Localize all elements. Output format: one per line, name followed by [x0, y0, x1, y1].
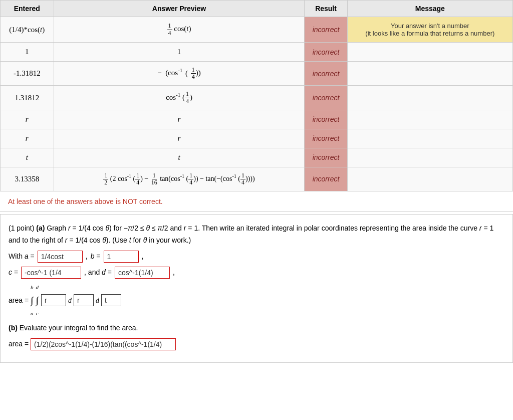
comma2: ,: [142, 251, 144, 263]
table-row: r r incorrect: [1, 110, 513, 129]
preview-cell: 1: [54, 43, 305, 62]
question-text: (1 point) (a) Graph r = 1/(4 cos θ) for …: [9, 223, 504, 247]
entered-cell: 1: [1, 43, 54, 62]
result-cell: incorrect: [305, 167, 347, 191]
feedback-text: At least one of the answers above is NOT…: [0, 191, 513, 212]
part-b-text: (b) Evaluate your integral to find the a…: [9, 322, 504, 334]
result-cell: incorrect: [305, 148, 347, 167]
c-label: c =: [9, 267, 18, 279]
dt-input[interactable]: [101, 294, 121, 306]
integrand-input[interactable]: [41, 294, 66, 306]
area-b-label: area =: [9, 338, 29, 350]
message-cell: [347, 129, 512, 148]
col-header-message: Message: [347, 1, 512, 17]
b-input[interactable]: [104, 251, 139, 263]
entered-cell: r: [1, 110, 54, 129]
result-cell: incorrect: [305, 62, 347, 86]
table-row: 3.13358 12 (2 cos-1 (14) − 116 tan(cos-1…: [1, 167, 513, 191]
bound-a: a: [31, 309, 34, 318]
preview-cell: r: [54, 129, 305, 148]
part-a-label: (a): [36, 224, 47, 232]
entered-cell: -1.31812: [1, 62, 54, 86]
result-cell: incorrect: [305, 129, 347, 148]
area-b-input[interactable]: [31, 338, 176, 350]
message-cell: Your answer isn't a number(it looks like…: [347, 17, 512, 43]
entered-cell: t: [1, 148, 54, 167]
c-input[interactable]: [21, 267, 81, 279]
result-cell: incorrect: [305, 43, 347, 62]
d-r-label: d: [68, 295, 72, 307]
preview-cell: − (cos-1 ( 14)): [54, 62, 305, 86]
preview-cell: r: [54, 110, 305, 129]
table-row: (1/4)*cos(t) 14 cos(t) incorrect Your an…: [1, 17, 513, 43]
message-cell: [347, 86, 512, 110]
result-cell: incorrect: [305, 86, 347, 110]
preview-cell: 14 cos(t): [54, 17, 305, 43]
preview-cell: cos-1 (14): [54, 86, 305, 110]
table-row: -1.31812 − (cos-1 ( 14)) incorrect: [1, 62, 513, 86]
comma1: ,: [86, 251, 88, 263]
bound-d: d: [36, 283, 39, 292]
question-points: (1 point): [9, 224, 34, 232]
message-cell: [347, 62, 512, 86]
table-row: 1 1 incorrect: [1, 43, 513, 62]
inner-integral: d ∫ c: [36, 283, 40, 318]
area-b-row: area =: [9, 338, 504, 350]
dr-input[interactable]: [74, 294, 94, 306]
table-row: r r incorrect: [1, 129, 513, 148]
part-b-label: (b): [9, 324, 18, 332]
outer-integral: b ∫ a: [31, 283, 34, 318]
entered-cell: r: [1, 129, 54, 148]
col-header-entered: Entered: [1, 1, 54, 17]
bound-b: b: [31, 283, 34, 292]
d-input[interactable]: [115, 267, 170, 279]
area-integral-row: area = b ∫ a d ∫ c d d: [9, 283, 504, 318]
result-cell: incorrect: [305, 110, 347, 129]
d-t-label: d: [96, 295, 99, 307]
b-label: b =: [91, 251, 101, 263]
col-header-result: Result: [305, 1, 347, 17]
entered-cell: (1/4)*cos(t): [1, 17, 54, 43]
and-d-label: , and d =: [84, 267, 112, 279]
message-cell: [347, 167, 512, 191]
bound-c: c: [36, 309, 39, 318]
preview-cell: t: [54, 148, 305, 167]
message-cell: [347, 148, 512, 167]
a-input[interactable]: [38, 251, 83, 263]
area-label: area =: [9, 295, 29, 307]
message-cell: [347, 110, 512, 129]
entered-cell: 3.13358: [1, 167, 54, 191]
c-d-row: c = , and d = ,: [9, 267, 504, 279]
table-row: 1.31812 cos-1 (14) incorrect: [1, 86, 513, 110]
with-a-label: With a =: [9, 251, 35, 263]
table-row: t t incorrect: [1, 148, 513, 167]
result-cell: incorrect: [305, 17, 347, 43]
a-b-row: With a = , b = ,: [9, 251, 504, 263]
message-cell: [347, 43, 512, 62]
comma3: ,: [173, 267, 175, 279]
question-section: (1 point) (a) Graph r = 1/(4 cos θ) for …: [0, 214, 513, 363]
col-header-preview: Answer Preview: [54, 1, 305, 17]
preview-cell: 12 (2 cos-1 (14) − 116 tan(cos-1 (14)) −…: [54, 167, 305, 191]
entered-cell: 1.31812: [1, 86, 54, 110]
